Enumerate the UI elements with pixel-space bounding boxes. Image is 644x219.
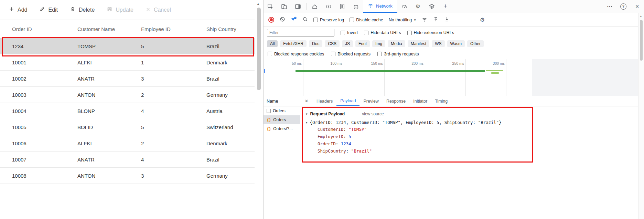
network-timeline-overview[interactable]: 50 ms 100 ms 150 ms 200 ms 250 ms 300 ms bbox=[264, 59, 644, 96]
more-options-icon[interactable]: ⋯ bbox=[603, 3, 616, 10]
type-filter-other[interactable]: Other bbox=[467, 40, 484, 47]
network-filter-row: Invert Hide data URLs Hide extension URL… bbox=[264, 27, 644, 39]
table-row[interactable]: 10008 ANTON 3 Germany bbox=[0, 168, 255, 184]
tab-initiator[interactable]: Initiator bbox=[409, 96, 431, 106]
request-list-item[interactable]: Orders bbox=[264, 106, 300, 115]
request-list-item[interactable]: {} Orders/?... bbox=[264, 124, 300, 133]
table-row[interactable]: 10006 ALFKI 2 Denmark bbox=[0, 135, 255, 152]
search-icon[interactable] bbox=[302, 17, 308, 23]
devtools-scrollbar[interactable]: ▲ bbox=[638, 13, 644, 219]
type-filter-font[interactable]: Font bbox=[355, 40, 370, 47]
payload-entry: ShipCountry: "Brazil" bbox=[318, 147, 644, 155]
tab-timing[interactable]: Timing bbox=[431, 96, 451, 106]
close-detail-icon[interactable]: ✕ bbox=[300, 96, 313, 106]
request-list-header[interactable]: Name bbox=[264, 96, 300, 106]
table-row[interactable]: 10003 ANTON 2 Germany bbox=[0, 87, 255, 103]
tab-sources-code-icon[interactable] bbox=[322, 0, 335, 13]
network-toolbar: Preserve log Disable cache No throttling… bbox=[264, 13, 644, 27]
blocked-response-cookies-label: Blocked response cookies bbox=[274, 52, 324, 56]
cell-order-id: 10003 bbox=[0, 92, 65, 98]
delete-button[interactable]: Delete bbox=[70, 7, 95, 13]
column-header-order-id[interactable]: Order ID bbox=[0, 26, 65, 32]
filter-input[interactable] bbox=[267, 29, 334, 36]
type-filter-manifest[interactable]: Manifest bbox=[408, 40, 429, 47]
table-row[interactable]: 10005 BOLID 5 Switzerland bbox=[0, 119, 255, 135]
invert-checkbox[interactable]: Invert bbox=[341, 30, 358, 35]
tab-network[interactable]: Network bbox=[363, 0, 397, 13]
table-row[interactable]: 10007 ANATR 4 Brazil bbox=[0, 152, 255, 168]
table-row-selected[interactable]: 1234 TOMSP 5 Brazil bbox=[0, 38, 255, 54]
update-button[interactable]: Update bbox=[107, 7, 133, 13]
column-header-employee-id[interactable]: Employee ID bbox=[129, 26, 194, 32]
type-filter-css[interactable]: CSS bbox=[325, 40, 340, 47]
type-filter-media[interactable]: Media bbox=[388, 40, 405, 47]
tab-debugger-bug-icon[interactable] bbox=[349, 0, 363, 13]
grid-header-row: Order ID Customer Name Employee ID Ship … bbox=[0, 20, 255, 38]
blocked-response-cookies-checkbox[interactable]: Blocked response cookies bbox=[268, 52, 324, 56]
type-filter-img[interactable]: Img bbox=[372, 40, 385, 47]
tab-settings-gear-icon[interactable]: ⚙ bbox=[411, 0, 425, 13]
tab-preview[interactable]: Preview bbox=[359, 96, 382, 106]
type-filter-ws[interactable]: WS bbox=[432, 40, 444, 47]
cancel-button[interactable]: Cancel bbox=[146, 7, 171, 13]
type-filter-js[interactable]: JS bbox=[342, 40, 353, 47]
import-har-icon[interactable] bbox=[433, 17, 439, 23]
request-detail-panel: ✕ Headers Payload Preview Response Initi… bbox=[300, 96, 644, 219]
payload-value: 5 bbox=[348, 134, 351, 139]
preserve-log-checkbox[interactable]: Preserve log bbox=[313, 18, 344, 22]
clear-button[interactable] bbox=[280, 17, 285, 23]
payload-object-summary[interactable]: ▾ {OrderID: 1234, CustomerID: "TOMSP", E… bbox=[306, 120, 644, 125]
type-filter-doc[interactable]: Doc bbox=[309, 40, 322, 47]
filter-button-active[interactable] bbox=[291, 17, 297, 23]
grid-scrollbar[interactable]: ▲ bbox=[255, 0, 263, 219]
request-payload-section-header[interactable]: ▾ Request Payload view source bbox=[306, 111, 644, 117]
scrollbar-up-arrow-icon[interactable]: ▲ bbox=[257, 2, 260, 6]
network-conditions-icon[interactable] bbox=[421, 17, 428, 23]
payload-key: CustomerID bbox=[318, 127, 343, 132]
throttling-select[interactable]: No throttling ▾ bbox=[389, 18, 416, 22]
device-toolbar-icon[interactable] bbox=[277, 0, 291, 13]
table-row[interactable]: 10004 BLONP 4 Austria bbox=[0, 103, 255, 119]
record-button[interactable] bbox=[268, 17, 274, 23]
type-filter-all[interactable]: All bbox=[267, 40, 278, 47]
timeline-tick-label: 200 ms bbox=[403, 61, 423, 65]
tab-welcome-home-icon[interactable] bbox=[308, 0, 322, 13]
cancel-x-icon bbox=[146, 7, 150, 13]
close-devtools-icon[interactable]: ✕ bbox=[630, 4, 644, 9]
hide-data-urls-checkbox[interactable]: Hide data URLs bbox=[364, 30, 401, 35]
inspect-element-icon[interactable] bbox=[264, 0, 277, 13]
cell-order-id: 10002 bbox=[0, 76, 65, 82]
request-payload-title: Request Payload bbox=[310, 112, 345, 116]
table-row[interactable]: 10001 ALFKI 1 Denmark bbox=[0, 54, 255, 71]
payload-content: ▾ Request Payload view source ▾ {OrderID… bbox=[300, 106, 644, 155]
export-har-icon[interactable] bbox=[444, 17, 450, 23]
edit-button[interactable]: Edit bbox=[40, 7, 58, 13]
disable-cache-checkbox[interactable]: Disable cache bbox=[350, 18, 383, 22]
type-filter-wasm[interactable]: Wasm bbox=[447, 40, 465, 47]
hide-extension-urls-checkbox[interactable]: Hide extension URLs bbox=[407, 30, 454, 35]
network-settings-gear-icon[interactable]: ⚙ bbox=[480, 17, 485, 23]
column-header-customer-name[interactable]: Customer Name bbox=[65, 26, 129, 32]
tab-console-document-icon[interactable] bbox=[335, 0, 349, 13]
tab-payload[interactable]: Payload bbox=[336, 96, 359, 106]
blocked-requests-checkbox[interactable]: Blocked requests bbox=[331, 52, 371, 56]
third-party-requests-checkbox[interactable]: 3rd-party requests bbox=[377, 52, 419, 56]
table-row[interactable]: 10002 ANATR 3 Brazil bbox=[0, 71, 255, 87]
dock-side-icon[interactable] bbox=[291, 0, 305, 13]
tab-application-layers-icon[interactable] bbox=[425, 0, 439, 13]
scrollbar-up-arrow-icon[interactable]: ▲ bbox=[640, 15, 642, 18]
view-source-link[interactable]: view source bbox=[362, 112, 384, 116]
type-filter-fetch-xhr[interactable]: Fetch/XHR bbox=[280, 40, 307, 47]
tab-response[interactable]: Response bbox=[383, 96, 409, 106]
add-tab-button[interactable]: + bbox=[439, 0, 452, 13]
column-header-ship-country[interactable]: Ship Country bbox=[194, 26, 255, 32]
tab-performance-gauge-icon[interactable] bbox=[397, 0, 411, 13]
scrollbar-thumb[interactable] bbox=[640, 20, 643, 61]
timeline-tick-label: 250 ms bbox=[443, 61, 464, 65]
payload-value: "Brazil" bbox=[351, 148, 372, 154]
scrollbar-thumb[interactable] bbox=[257, 8, 261, 90]
help-icon[interactable]: ? bbox=[616, 3, 630, 10]
tab-headers[interactable]: Headers bbox=[313, 96, 336, 106]
request-list-item-selected[interactable]: {} Orders bbox=[264, 115, 300, 124]
add-button[interactable]: Add bbox=[9, 7, 27, 13]
